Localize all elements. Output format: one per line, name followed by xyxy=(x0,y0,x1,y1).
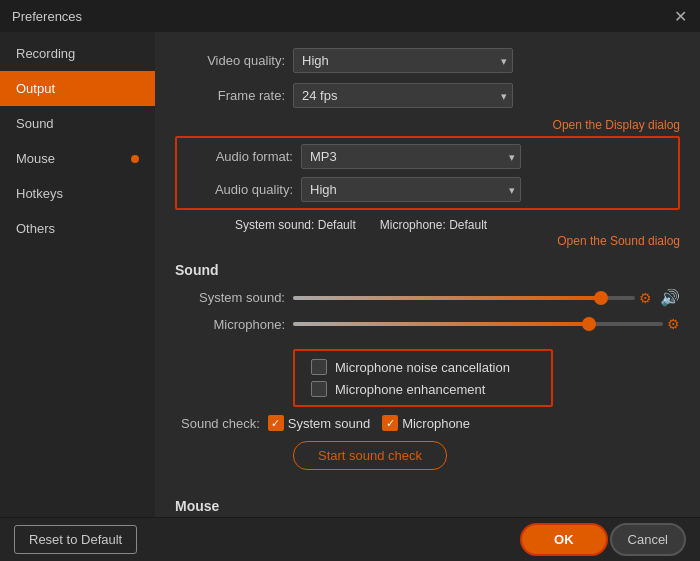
preferences-window: Preferences ✕ Recording Output Sound Mou… xyxy=(0,0,700,561)
open-sound-link[interactable]: Open the Sound dialog xyxy=(557,234,680,248)
audio-format-label: Audio format: xyxy=(183,149,293,164)
frame-rate-label: Frame rate: xyxy=(175,88,285,103)
microphone-slider-label: Microphone: xyxy=(175,317,285,332)
microphone-check-checkbox[interactable]: ✓ xyxy=(382,415,398,431)
bottom-right-buttons: OK Cancel xyxy=(520,523,686,556)
system-sound-check-checkbox[interactable]: ✓ xyxy=(268,415,284,431)
microphone-check-label: Microphone xyxy=(402,416,470,431)
sound-section-heading: Sound xyxy=(175,262,680,278)
audio-status-row: System sound: Default Microphone: Defaul… xyxy=(175,218,680,232)
audio-quality-label: Audio quality: xyxy=(183,182,293,197)
sidebar-item-sound[interactable]: Sound xyxy=(0,106,155,141)
audio-quality-row: Audio quality: High ▾ xyxy=(183,177,672,202)
sound-link-row: Open the Sound dialog xyxy=(175,234,680,248)
mouse-section: Mouse xyxy=(175,498,680,514)
microphone-slider-thumb[interactable] xyxy=(582,317,596,331)
main-content: Recording Output Sound Mouse Hotkeys Oth… xyxy=(0,32,700,517)
audio-format-select-wrapper: MP3 ▾ xyxy=(301,144,521,169)
ok-button[interactable]: OK xyxy=(520,523,608,556)
audio-format-row: Audio format: MP3 ▾ xyxy=(183,144,672,169)
sidebar-item-mouse[interactable]: Mouse xyxy=(0,141,155,176)
system-sound-slider-label: System sound: xyxy=(175,290,285,305)
enhancement-row: Microphone enhancement xyxy=(311,381,535,397)
video-quality-select-wrapper: High ▾ xyxy=(293,48,513,73)
sidebar-item-others[interactable]: Others xyxy=(0,211,155,246)
microphone-slider-container[interactable] xyxy=(293,315,663,333)
content-area: Video quality: High ▾ Frame rate: 24 fps… xyxy=(155,32,700,517)
system-sound-status: System sound: Default xyxy=(235,218,356,232)
frame-rate-select-wrapper: 24 fps ▾ xyxy=(293,83,513,108)
cancel-button[interactable]: Cancel xyxy=(610,523,686,556)
display-link-row: Open the Display dialog xyxy=(175,118,680,132)
reset-to-default-button[interactable]: Reset to Default xyxy=(14,525,137,554)
mouse-dot-indicator xyxy=(131,155,139,163)
system-sound-slider-thumb[interactable] xyxy=(594,291,608,305)
start-sound-check-button[interactable]: Start sound check xyxy=(293,441,447,470)
microphone-check-checkmark: ✓ xyxy=(386,417,395,430)
video-quality-label: Video quality: xyxy=(175,53,285,68)
system-sound-slider-container[interactable] xyxy=(293,289,635,307)
audio-quality-select-wrapper: High ▾ xyxy=(301,177,521,202)
microphone-status: Microphone: Default xyxy=(380,218,487,232)
microphone-slider-row: Microphone: ⚙ xyxy=(175,315,680,333)
microphone-slider-fill xyxy=(293,322,589,326)
title-bar: Preferences ✕ xyxy=(0,0,700,32)
video-quality-select[interactable]: High xyxy=(293,48,513,73)
sidebar-item-recording[interactable]: Recording xyxy=(0,36,155,71)
mouse-section-heading: Mouse xyxy=(175,498,680,514)
frame-rate-select[interactable]: 24 fps xyxy=(293,83,513,108)
system-sound-check-label: System sound xyxy=(288,416,370,431)
noise-cancellation-row: Microphone noise cancellation xyxy=(311,359,535,375)
sidebar: Recording Output Sound Mouse Hotkeys Oth… xyxy=(0,32,155,517)
noise-cancellation-checkbox[interactable] xyxy=(311,359,327,375)
enhancement-checkbox[interactable] xyxy=(311,381,327,397)
enhancement-label: Microphone enhancement xyxy=(335,382,485,397)
noise-cancellation-label: Microphone noise cancellation xyxy=(335,360,510,375)
frame-rate-row: Frame rate: 24 fps ▾ xyxy=(175,83,680,108)
microphone-settings-icon[interactable]: ⚙ xyxy=(667,316,680,332)
open-display-link[interactable]: Open the Display dialog xyxy=(553,118,680,132)
bottom-bar: Reset to Default OK Cancel xyxy=(0,517,700,561)
sound-check-label: Sound check: xyxy=(181,416,260,431)
system-sound-slider-row: System sound: ⚙ 🔊 xyxy=(175,288,680,307)
close-button[interactable]: ✕ xyxy=(672,8,688,24)
audio-format-highlight: Audio format: MP3 ▾ Audio quality: High xyxy=(175,136,680,210)
window-title: Preferences xyxy=(12,9,82,24)
video-quality-row: Video quality: High ▾ xyxy=(175,48,680,73)
system-sound-check-checkmark: ✓ xyxy=(271,417,280,430)
sound-check-row: Sound check: ✓ System sound ✓ Microphone xyxy=(175,415,680,431)
microphone-options-box: Microphone noise cancellation Microphone… xyxy=(293,349,553,407)
system-sound-slider-track xyxy=(293,296,635,300)
audio-quality-select[interactable]: High xyxy=(301,177,521,202)
microphone-slider-track xyxy=(293,322,663,326)
audio-format-select[interactable]: MP3 xyxy=(301,144,521,169)
system-sound-settings-icon[interactable]: ⚙ xyxy=(639,290,652,306)
sidebar-item-output[interactable]: Output xyxy=(0,71,155,106)
system-sound-slider-fill xyxy=(293,296,601,300)
sidebar-item-hotkeys[interactable]: Hotkeys xyxy=(0,176,155,211)
system-sound-volume-icon[interactable]: 🔊 xyxy=(660,288,680,307)
